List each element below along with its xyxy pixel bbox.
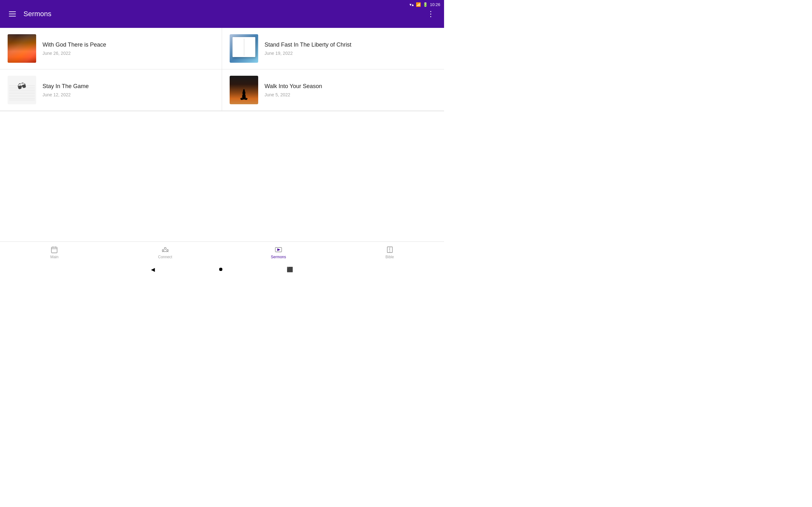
content-area: With God There is Peace June 26, 2022 St… bbox=[0, 28, 444, 241]
svg-rect-0 bbox=[51, 247, 57, 253]
nav-item-bible[interactable]: Bible bbox=[377, 243, 403, 262]
sermon-title-3: Stay In The Game bbox=[43, 83, 89, 90]
nav-label-main: Main bbox=[50, 255, 58, 259]
sermons-icon bbox=[275, 246, 282, 253]
sermon-thumbnail-3 bbox=[8, 76, 36, 104]
svg-marker-8 bbox=[277, 249, 280, 250]
bottom-navigation: Main Connect Sermons Bible bbox=[0, 241, 444, 263]
sermon-title-1: With God There is Peace bbox=[43, 41, 106, 49]
sermon-date-1: June 26, 2022 bbox=[43, 51, 106, 56]
signal-icon: 📶 bbox=[416, 2, 421, 7]
sermon-thumbnail-2 bbox=[230, 34, 258, 63]
app-bar: Sermons ▾▴ 📶 🔋 10:26 ⋮ bbox=[0, 0, 444, 28]
hamburger-button[interactable] bbox=[6, 9, 18, 19]
sermon-date-2: June 19, 2022 bbox=[264, 51, 351, 56]
sermon-date-3: June 12, 2022 bbox=[43, 92, 89, 97]
status-bar: ▾▴ 📶 🔋 10:26 bbox=[380, 0, 444, 9]
more-options-button[interactable]: ⋮ bbox=[424, 9, 438, 18]
sermon-info-2: Stand Fast In The Liberty of Christ June… bbox=[264, 41, 351, 55]
bible-icon bbox=[386, 246, 394, 253]
sermon-thumbnail-4 bbox=[230, 76, 258, 104]
system-nav-bar: ◀ ⏺ ⬛ bbox=[0, 263, 444, 276]
nav-label-connect: Connect bbox=[158, 255, 172, 259]
calendar-icon bbox=[50, 246, 58, 253]
home-button[interactable]: ⏺ bbox=[218, 267, 223, 272]
nav-label-sermons: Sermons bbox=[271, 255, 286, 259]
sermon-thumbnail-1 bbox=[8, 34, 36, 63]
sermon-title-2: Stand Fast In The Liberty of Christ bbox=[264, 41, 351, 49]
app-title: Sermons bbox=[23, 10, 424, 18]
sermon-item-4[interactable]: Walk Into Your Season June 5, 2022 bbox=[222, 69, 444, 111]
sermon-item-2[interactable]: Stand Fast In The Liberty of Christ June… bbox=[222, 28, 444, 69]
recents-button[interactable]: ⬛ bbox=[287, 267, 293, 273]
connect-icon bbox=[161, 246, 169, 253]
nav-label-bible: Bible bbox=[386, 255, 394, 259]
sermon-info-3: Stay In The Game June 12, 2022 bbox=[43, 83, 89, 97]
sermon-item-3[interactable]: Stay In The Game June 12, 2022 bbox=[0, 69, 222, 111]
svg-point-4 bbox=[164, 247, 166, 249]
wifi-icon: ▾▴ bbox=[409, 2, 414, 7]
battery-icon: 🔋 bbox=[423, 2, 428, 7]
sermon-info-1: With God There is Peace June 26, 2022 bbox=[43, 41, 106, 55]
sermon-date-4: June 5, 2022 bbox=[264, 92, 322, 97]
sermon-item-1[interactable]: With God There is Peace June 26, 2022 bbox=[0, 28, 222, 69]
svg-point-6 bbox=[166, 249, 168, 251]
back-button[interactable]: ◀ bbox=[151, 267, 155, 273]
nav-item-sermons[interactable]: Sermons bbox=[263, 243, 294, 262]
nav-item-main[interactable]: Main bbox=[42, 243, 67, 262]
sermon-title-4: Walk Into Your Season bbox=[264, 83, 322, 90]
nav-item-connect[interactable]: Connect bbox=[150, 243, 180, 262]
sermon-info-4: Walk Into Your Season June 5, 2022 bbox=[264, 83, 322, 97]
svg-point-5 bbox=[162, 249, 164, 251]
status-time: 10:26 bbox=[430, 2, 440, 7]
sermon-grid: With God There is Peace June 26, 2022 St… bbox=[0, 28, 444, 111]
